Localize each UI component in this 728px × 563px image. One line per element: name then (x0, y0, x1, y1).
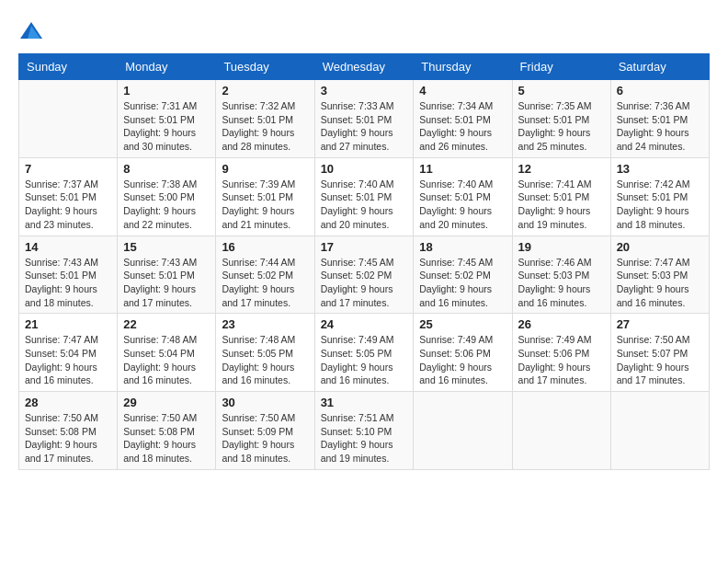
day-number: 23 (222, 317, 308, 331)
day-number: 15 (123, 240, 210, 254)
calendar-cell: 3Sunrise: 7:33 AMSunset: 5:01 PMDaylight… (314, 80, 414, 158)
day-detail: Sunrise: 7:49 AMSunset: 5:06 PMDaylight:… (518, 333, 605, 387)
calendar-cell: 10Sunrise: 7:40 AMSunset: 5:01 PMDayligh… (314, 157, 414, 236)
calendar-cell: 13Sunrise: 7:42 AMSunset: 5:01 PMDayligh… (610, 157, 709, 236)
day-number: 24 (321, 317, 408, 331)
calendar-cell: 12Sunrise: 7:41 AMSunset: 5:01 PMDayligh… (512, 157, 610, 236)
day-detail: Sunrise: 7:37 AMSunset: 5:01 PMDaylight:… (25, 178, 111, 232)
calendar-cell: 21Sunrise: 7:47 AMSunset: 5:04 PMDayligh… (19, 314, 118, 392)
calendar-cell: 19Sunrise: 7:46 AMSunset: 5:03 PMDayligh… (512, 236, 610, 314)
calendar-cell: 16Sunrise: 7:44 AMSunset: 5:02 PMDayligh… (216, 236, 314, 314)
day-number: 27 (617, 317, 703, 331)
day-number: 31 (321, 396, 408, 409)
calendar-cell: 18Sunrise: 7:45 AMSunset: 5:02 PMDayligh… (414, 236, 512, 314)
day-number: 18 (419, 240, 506, 254)
day-number: 16 (222, 240, 308, 254)
day-detail: Sunrise: 7:43 AMSunset: 5:01 PMDaylight:… (123, 256, 210, 310)
day-detail: Sunrise: 7:35 AMSunset: 5:01 PMDaylight:… (518, 99, 605, 154)
day-number: 9 (222, 162, 308, 176)
calendar-cell: 5Sunrise: 7:35 AMSunset: 5:01 PMDaylight… (512, 80, 610, 158)
calendar-cell: 22Sunrise: 7:48 AMSunset: 5:04 PMDayligh… (118, 314, 216, 392)
day-number: 25 (419, 317, 506, 331)
day-detail: Sunrise: 7:50 AMSunset: 5:07 PMDaylight:… (617, 333, 703, 387)
weekday-header-thursday: Thursday (414, 54, 512, 80)
day-number: 17 (321, 240, 408, 254)
day-number: 30 (222, 396, 308, 409)
day-number: 10 (321, 162, 408, 176)
weekday-header-tuesday: Tuesday (216, 54, 314, 80)
day-number: 29 (123, 396, 210, 409)
calendar-cell: 30Sunrise: 7:50 AMSunset: 5:09 PMDayligh… (216, 392, 314, 470)
calendar-cell: 14Sunrise: 7:43 AMSunset: 5:01 PMDayligh… (19, 236, 118, 314)
calendar-cell: 20Sunrise: 7:47 AMSunset: 5:03 PMDayligh… (610, 236, 709, 314)
day-detail: Sunrise: 7:32 AMSunset: 5:01 PMDaylight:… (222, 99, 308, 154)
day-number: 5 (518, 84, 605, 98)
calendar-week-5: 28Sunrise: 7:50 AMSunset: 5:08 PMDayligh… (19, 392, 710, 470)
logo-icon (18, 18, 44, 44)
calendar-header: SundayMondayTuesdayWednesdayThursdayFrid… (19, 54, 710, 80)
day-detail: Sunrise: 7:50 AMSunset: 5:09 PMDaylight:… (222, 411, 308, 465)
weekday-header-monday: Monday (118, 54, 216, 80)
day-detail: Sunrise: 7:43 AMSunset: 5:01 PMDaylight:… (25, 256, 111, 310)
day-detail: Sunrise: 7:49 AMSunset: 5:06 PMDaylight:… (419, 333, 506, 387)
calendar-cell: 24Sunrise: 7:49 AMSunset: 5:05 PMDayligh… (314, 314, 414, 392)
calendar-cell: 27Sunrise: 7:50 AMSunset: 5:07 PMDayligh… (610, 314, 709, 392)
page-header (18, 18, 710, 44)
calendar-cell: 2Sunrise: 7:32 AMSunset: 5:01 PMDaylight… (216, 80, 314, 158)
calendar-cell: 7Sunrise: 7:37 AMSunset: 5:01 PMDaylight… (19, 157, 118, 236)
day-number: 4 (419, 84, 506, 98)
calendar-week-1: 1Sunrise: 7:31 AMSunset: 5:01 PMDaylight… (19, 80, 710, 158)
day-detail: Sunrise: 7:49 AMSunset: 5:05 PMDaylight:… (321, 333, 408, 387)
calendar-cell: 26Sunrise: 7:49 AMSunset: 5:06 PMDayligh… (512, 314, 610, 392)
day-detail: Sunrise: 7:40 AMSunset: 5:01 PMDaylight:… (419, 178, 506, 232)
calendar-cell: 17Sunrise: 7:45 AMSunset: 5:02 PMDayligh… (314, 236, 414, 314)
day-detail: Sunrise: 7:48 AMSunset: 5:04 PMDaylight:… (123, 333, 210, 387)
day-detail: Sunrise: 7:33 AMSunset: 5:01 PMDaylight:… (321, 99, 408, 154)
day-detail: Sunrise: 7:34 AMSunset: 5:01 PMDaylight:… (419, 99, 506, 154)
day-detail: Sunrise: 7:46 AMSunset: 5:03 PMDaylight:… (518, 256, 605, 310)
logo (18, 18, 48, 44)
calendar-cell (19, 80, 118, 158)
day-detail: Sunrise: 7:48 AMSunset: 5:05 PMDaylight:… (222, 333, 308, 387)
calendar-week-3: 14Sunrise: 7:43 AMSunset: 5:01 PMDayligh… (19, 236, 710, 314)
weekday-header-wednesday: Wednesday (314, 54, 414, 80)
weekday-header-friday: Friday (512, 54, 610, 80)
calendar-cell: 15Sunrise: 7:43 AMSunset: 5:01 PMDayligh… (118, 236, 216, 314)
day-number: 12 (518, 162, 605, 176)
calendar-week-4: 21Sunrise: 7:47 AMSunset: 5:04 PMDayligh… (19, 314, 710, 392)
calendar: SundayMondayTuesdayWednesdayThursdayFrid… (18, 53, 710, 470)
day-detail: Sunrise: 7:45 AMSunset: 5:02 PMDaylight:… (419, 256, 506, 310)
day-number: 8 (123, 162, 210, 176)
weekday-header-saturday: Saturday (610, 54, 709, 80)
day-number: 11 (419, 162, 506, 176)
calendar-cell: 4Sunrise: 7:34 AMSunset: 5:01 PMDaylight… (414, 80, 512, 158)
day-detail: Sunrise: 7:36 AMSunset: 5:01 PMDaylight:… (617, 99, 703, 154)
calendar-cell: 25Sunrise: 7:49 AMSunset: 5:06 PMDayligh… (414, 314, 512, 392)
calendar-cell (512, 392, 610, 470)
day-number: 19 (518, 240, 605, 254)
day-number: 2 (222, 84, 308, 98)
day-detail: Sunrise: 7:41 AMSunset: 5:01 PMDaylight:… (518, 178, 605, 232)
day-number: 13 (617, 162, 703, 176)
day-detail: Sunrise: 7:38 AMSunset: 5:00 PMDaylight:… (123, 178, 210, 232)
day-detail: Sunrise: 7:44 AMSunset: 5:02 PMDaylight:… (222, 256, 308, 310)
calendar-cell: 1Sunrise: 7:31 AMSunset: 5:01 PMDaylight… (118, 80, 216, 158)
day-number: 7 (25, 162, 111, 176)
day-number: 21 (25, 317, 111, 331)
day-number: 1 (123, 84, 210, 98)
calendar-cell: 6Sunrise: 7:36 AMSunset: 5:01 PMDaylight… (610, 80, 709, 158)
day-detail: Sunrise: 7:50 AMSunset: 5:08 PMDaylight:… (123, 411, 210, 465)
day-number: 20 (617, 240, 703, 254)
calendar-cell (414, 392, 512, 470)
calendar-cell: 29Sunrise: 7:50 AMSunset: 5:08 PMDayligh… (118, 392, 216, 470)
day-detail: Sunrise: 7:42 AMSunset: 5:01 PMDaylight:… (617, 178, 703, 232)
day-number: 3 (321, 84, 408, 98)
day-detail: Sunrise: 7:47 AMSunset: 5:03 PMDaylight:… (617, 256, 703, 310)
day-number: 26 (518, 317, 605, 331)
day-number: 22 (123, 317, 210, 331)
day-detail: Sunrise: 7:50 AMSunset: 5:08 PMDaylight:… (25, 411, 111, 465)
day-detail: Sunrise: 7:31 AMSunset: 5:01 PMDaylight:… (123, 99, 210, 154)
calendar-cell: 11Sunrise: 7:40 AMSunset: 5:01 PMDayligh… (414, 157, 512, 236)
calendar-cell (610, 392, 709, 470)
day-detail: Sunrise: 7:51 AMSunset: 5:10 PMDaylight:… (321, 411, 408, 465)
